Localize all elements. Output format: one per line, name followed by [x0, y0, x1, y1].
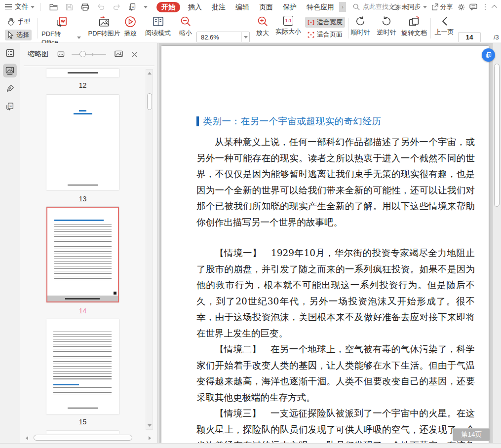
chevron-left-icon: [441, 16, 448, 26]
tab-home[interactable]: 开始: [156, 2, 180, 12]
rotate-document-label: 旋转文档: [401, 29, 427, 37]
zoom-out-label: 缩小: [179, 29, 192, 37]
actual-size-button[interactable]: 1:1 实际大小: [274, 16, 302, 36]
menubar: 文件 w 开始 插入 批注 编辑 页面 保护 特色应用 ›: [0, 0, 501, 14]
redo-button[interactable]: [110, 1, 123, 12]
quickbar-dropdown-icon[interactable]: [144, 6, 148, 8]
scroll-right-arrow[interactable]: [149, 436, 151, 440]
pdf-to-office-button[interactable]: PDF转Office: [41, 16, 81, 46]
document-scrollbar-vertical[interactable]: [493, 43, 501, 443]
large-thumbnails-icon[interactable]: [114, 50, 123, 58]
thumbnail-page-15[interactable]: [46, 319, 119, 414]
cursor-icon: [7, 31, 14, 39]
play-label: 播放: [124, 29, 137, 38]
scrollbar-thumb[interactable]: [147, 93, 152, 110]
convert-tool-icon[interactable]: w: [126, 1, 139, 12]
play-button[interactable]: 播放: [122, 16, 139, 38]
slider-handle[interactable]: [79, 51, 86, 57]
share-button[interactable]: 分享: [431, 2, 453, 11]
print-button[interactable]: [78, 1, 91, 12]
actual-size-label: 实际大小: [275, 27, 301, 36]
paragraph: 【情境三】 一支远征探险队被派到了一个宇宙中的火星。在这颗火星上，探险队的队员们…: [196, 406, 475, 443]
cloud-sync-icon: [391, 4, 400, 10]
tab-edit[interactable]: 编辑: [231, 0, 254, 14]
svg-text:w: w: [131, 5, 134, 8]
zoom-in-label: 放大: [256, 29, 269, 37]
pdf-convert-float-button[interactable]: w: [482, 48, 495, 62]
svg-text:w: w: [9, 104, 12, 108]
scrollbar-thumb[interactable]: [34, 435, 132, 441]
fit-width-button[interactable]: 适合宽度: [305, 17, 345, 28]
thumbnail-page-12[interactable]: [46, 69, 119, 77]
file-menu[interactable]: 文件: [15, 2, 35, 11]
fit-page-button[interactable]: 适合页面: [305, 29, 345, 40]
pdf-page[interactable]: 类别一：在另一个宇宙或超现实的奇幻经历 从某种意义上说，任何一部科幻作品都描述了…: [161, 46, 489, 443]
thumbnail-scrollbar-horizontal[interactable]: [24, 435, 153, 442]
export-panel-button[interactable]: w: [3, 99, 17, 113]
sync-status[interactable]: 未同步: [391, 2, 427, 11]
toolbar: 手型 选择 PDF转Office PDF转图片 播放 阅读模式 缩小 82.6%…: [0, 14, 501, 42]
tab-page[interactable]: 页面: [254, 0, 278, 14]
thumbnail-size-slider[interactable]: [72, 54, 106, 55]
signature-panel-button[interactable]: [3, 81, 17, 95]
tab-insert[interactable]: 插入: [183, 0, 207, 14]
thumbnail-panel-button[interactable]: [3, 64, 17, 77]
comments-button[interactable]: [469, 3, 477, 10]
zoom-level-select[interactable]: 82.6%: [196, 32, 250, 42]
tabs-overflow-button[interactable]: ›: [339, 2, 346, 12]
thumbnail-scrollbar-vertical[interactable]: [146, 69, 153, 430]
settings-button[interactable]: [458, 3, 465, 11]
divider: [24, 66, 154, 66]
sync-label: 未同步: [402, 2, 421, 11]
thumbnail-label-13: 13: [35, 195, 131, 203]
thumbnail-footer-highlight: [47, 296, 118, 301]
save-button[interactable]: [63, 1, 76, 12]
thumbnail-page-16[interactable]: [46, 431, 119, 434]
thumbnail-page-14-selected[interactable]: [46, 207, 119, 302]
main-menu-icon[interactable]: [5, 4, 12, 9]
tab-protect[interactable]: 保护: [278, 0, 302, 14]
select-tool-button[interactable]: 选择: [5, 30, 32, 40]
book-icon: [152, 16, 164, 27]
scroll-left-arrow[interactable]: [26, 436, 28, 440]
document-area: 类别一：在另一个宇宙或超现实的奇幻经历 从某种意义上说，任何一部科幻作品都描述了…: [158, 43, 501, 443]
tab-special-apps[interactable]: 特色应用: [302, 0, 339, 14]
more-options-icon[interactable]: [482, 2, 489, 12]
close-panel-icon[interactable]: [131, 51, 138, 58]
tab-annotate[interactable]: 批注: [207, 0, 231, 14]
rotate-counterclockwise-button[interactable]: 逆时针: [375, 16, 398, 37]
rotate-document-button[interactable]: 旋转文档: [400, 16, 428, 37]
section-heading: 类别一：在另一个宇宙或超现实的奇幻经历: [196, 115, 475, 127]
collapse-ribbon-icon[interactable]: [492, 5, 497, 10]
zoom-dropdown-button[interactable]: [241, 32, 249, 42]
open-file-button[interactable]: [47, 1, 60, 12]
zoom-level-value: 82.6%: [197, 34, 241, 41]
scroll-up-arrow[interactable]: [148, 72, 152, 75]
paragraph: 【情境一】 1929年10月，华尔街的投资专家竭尽全力地阻止了股市的崩盘，并引发…: [196, 245, 475, 341]
divider: [174, 18, 174, 38]
pdf-to-image-button[interactable]: PDF转图片: [88, 16, 120, 38]
actual-size-icon: 1:1: [283, 16, 293, 26]
previous-page-button[interactable]: 上一页: [433, 16, 455, 37]
hand-tool-label: 手型: [17, 17, 30, 26]
divider: [430, 18, 431, 38]
pdf-to-image-label: PDF转图片: [88, 29, 120, 38]
thumbnail-page-13[interactable]: [46, 95, 119, 190]
undo-button[interactable]: [94, 1, 107, 12]
fit-page-label: 适合页面: [317, 30, 343, 39]
share-label: 分享: [440, 2, 453, 11]
divider: [40, 3, 41, 11]
outline-panel-button[interactable]: [3, 46, 17, 60]
hand-tool-button[interactable]: 手型: [5, 16, 33, 27]
zoom-out-button[interactable]: 缩小: [177, 16, 194, 37]
fit-width-label: 适合宽度: [317, 18, 343, 27]
page-number-input[interactable]: 14: [458, 32, 481, 42]
scrollbar-thumb[interactable]: [494, 64, 500, 207]
thumbnail-label-14-current: 14: [35, 307, 131, 315]
small-thumbnails-icon[interactable]: [57, 51, 65, 58]
zoom-in-button[interactable]: 放大: [254, 16, 271, 37]
read-mode-button[interactable]: 阅读模式: [143, 16, 173, 37]
previous-page-label: 上一页: [435, 28, 454, 37]
rotate-clockwise-button[interactable]: 顺时针: [349, 16, 372, 37]
scroll-down-arrow[interactable]: [148, 424, 152, 427]
